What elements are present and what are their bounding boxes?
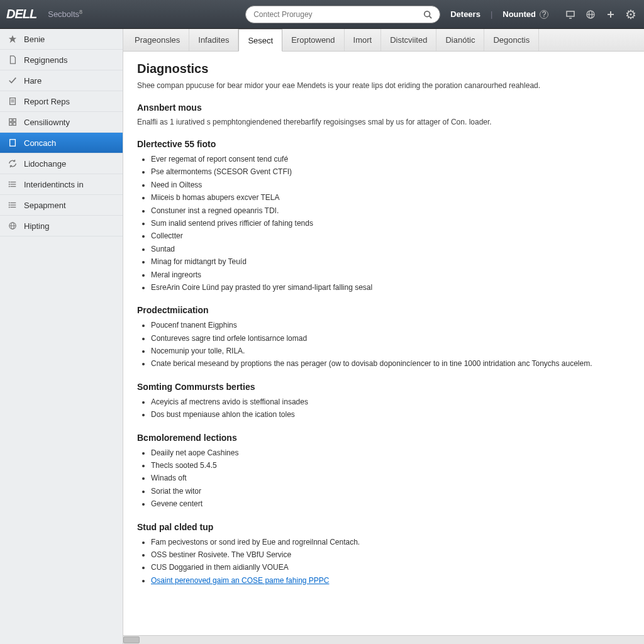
list-item: Osaint perenoved gaim an COSE pame fahin… <box>151 574 630 587</box>
list-item: Gevene centert <box>151 497 630 510</box>
section-sub-0: Enalfli as 1 iuratived s pemphtongienden… <box>137 116 630 128</box>
svg-rect-14 <box>13 119 16 121</box>
gear-icon[interactable]: ⚙ <box>624 8 638 21</box>
list-item: OSS bestiner Rosivete. The VBfU Service <box>151 548 630 561</box>
app-header: DELL Secbolts8 Deteers | Nounted ? ⚙ <box>0 0 644 29</box>
tab-5[interactable]: Distcviited <box>381 29 436 51</box>
sidebar-item-label: Concach <box>24 138 56 148</box>
sidebar: BenieRegignendsHareReport RepsCensiliown… <box>0 29 123 644</box>
svg-marker-9 <box>9 35 16 43</box>
svg-rect-17 <box>10 140 16 147</box>
svg-rect-16 <box>13 123 16 125</box>
sidebar-item-8[interactable]: Sepapment <box>0 195 123 216</box>
page-intro: Shee compan ppucuse for bear midor your … <box>137 80 630 91</box>
search-input[interactable] <box>253 10 419 19</box>
monitor-icon[interactable] <box>564 8 577 21</box>
section-list-3: Aceyicis af mectrens avido is steffional… <box>137 396 630 421</box>
sidebar-item-9[interactable]: Hipting <box>0 216 123 236</box>
svg-point-27 <box>9 203 9 203</box>
list-item: Contureves sagre tind orfele lontisarnce… <box>151 332 630 345</box>
sidebar-item-label: Lidochange <box>24 159 66 169</box>
sidebar-item-4[interactable]: Censiliownty <box>0 112 123 133</box>
list-item: Need in Oiltess <box>151 179 630 191</box>
list-item: Nocemunip your tolle, RILA. <box>151 345 630 357</box>
sidebar-item-label: Sepapment <box>24 201 66 210</box>
header-category-sup: 8 <box>79 9 82 15</box>
search-box[interactable] <box>245 6 440 23</box>
sidebar-item-label: Report Reps <box>24 97 70 106</box>
sidebar-item-1[interactable]: Regignends <box>0 50 123 70</box>
file-icon <box>8 55 18 65</box>
svg-rect-13 <box>9 119 12 121</box>
tab-2[interactable]: Sesect <box>238 29 282 52</box>
header-link-nounted[interactable]: Nounted <box>502 9 536 19</box>
list-icon <box>8 179 18 189</box>
section-title-0: Ansnbert mous <box>137 103 630 113</box>
list-item: Thecls sooted 5.4.5 <box>151 459 630 472</box>
tabs-bar: PrageonslesInfaditesSesectEroptowendImor… <box>123 29 644 52</box>
svg-point-0 <box>425 11 430 16</box>
svg-point-21 <box>9 182 9 182</box>
list-item: Collectter <box>151 230 630 242</box>
list-item: Constuner inst a regned opeanris TDI. <box>151 204 630 217</box>
report-icon <box>8 96 18 106</box>
svg-line-1 <box>430 16 432 18</box>
list-item: Soriat the witor <box>151 485 630 497</box>
dell-logo: DELL <box>6 7 39 21</box>
sidebar-item-label: Benie <box>24 35 45 44</box>
list-item: Ever regemat of report consent tend cufé <box>151 153 630 165</box>
list-item: Fam pecivestons or sond ired by Eue and … <box>151 536 630 548</box>
list-icon <box>8 200 18 210</box>
list-item: Deaiily net aope Cashines <box>151 447 630 459</box>
section-title-4: Bcmoloremend lections <box>137 433 630 443</box>
list-item: Dos bust mpeniause ahlon the ication tol… <box>151 408 630 421</box>
header-link-detect[interactable]: Deteers <box>450 9 480 19</box>
list-item: Meral ingreorts <box>151 269 630 281</box>
header-category-label: Secbolts <box>48 10 79 19</box>
tab-4[interactable]: Imort <box>345 29 382 51</box>
sidebar-item-label: Hipting <box>24 221 49 231</box>
list-item: Minag for midtangrt by Teuíd <box>151 255 630 268</box>
horizontal-scrollbar[interactable] <box>123 635 644 644</box>
tab-1[interactable]: Infadites <box>189 29 238 51</box>
sidebar-item-5[interactable]: Concach <box>0 133 123 153</box>
sidebar-item-label: Censiliownty <box>24 118 70 127</box>
sidebar-item-6[interactable]: Lidochange <box>0 153 123 174</box>
svg-rect-10 <box>10 98 16 105</box>
tab-6[interactable]: Dianótic <box>436 29 484 51</box>
list-item: Poucenf tnanent Eigphins <box>151 319 630 331</box>
globe-icon[interactable] <box>584 8 597 21</box>
section-title-3: Somting Commursts berties <box>137 382 630 392</box>
svg-point-23 <box>9 186 9 187</box>
sidebar-item-label: Hare <box>24 76 42 86</box>
list-item-link[interactable]: Osaint perenoved gaim an COSE pame fahin… <box>151 576 330 585</box>
page-title: Diagnostics <box>137 62 630 76</box>
section-list-1: Ever regemat of report consent tend cufé… <box>137 153 630 294</box>
svg-point-22 <box>9 184 9 185</box>
sidebar-item-3[interactable]: Report Reps <box>0 91 123 112</box>
plus-icon[interactable] <box>604 8 618 21</box>
tab-0[interactable]: Prageonsles <box>126 29 189 51</box>
sidebar-item-label: Regignends <box>24 55 67 65</box>
star-icon <box>8 34 18 44</box>
sidebar-item-7[interactable]: Interidentincts in <box>0 174 123 195</box>
tab-3[interactable]: Eroptowend <box>282 29 344 51</box>
sidebar-item-0[interactable]: Benie <box>0 29 123 50</box>
list-item: EsreArin Coire Lünd pay prasted tlo yrer… <box>151 281 630 294</box>
sidebar-item-2[interactable]: Hare <box>0 70 123 91</box>
header-category[interactable]: Secbolts8 <box>44 9 86 19</box>
info-icon[interactable]: ? <box>540 10 548 19</box>
svg-point-29 <box>9 207 9 208</box>
search-icon[interactable] <box>419 7 436 22</box>
globe-icon <box>8 221 18 231</box>
list-item: Winads oft <box>151 472 630 484</box>
list-item: Cnate berical meseand by proptions the n… <box>151 357 630 370</box>
svg-rect-2 <box>567 11 574 16</box>
section-list-5: Fam pecivestons or sond ired by Eue and … <box>137 536 630 587</box>
svg-rect-15 <box>9 123 12 125</box>
list-item: CUS Doggaried in them aidianlly VOUEA <box>151 561 630 574</box>
tab-7[interactable]: Degonctis <box>484 29 539 51</box>
sidebar-item-label: Interidentincts in <box>24 180 84 189</box>
list-item: Miiceis b homas abupers excver TELA <box>151 191 630 204</box>
scrollbar-thumb[interactable] <box>123 636 140 643</box>
